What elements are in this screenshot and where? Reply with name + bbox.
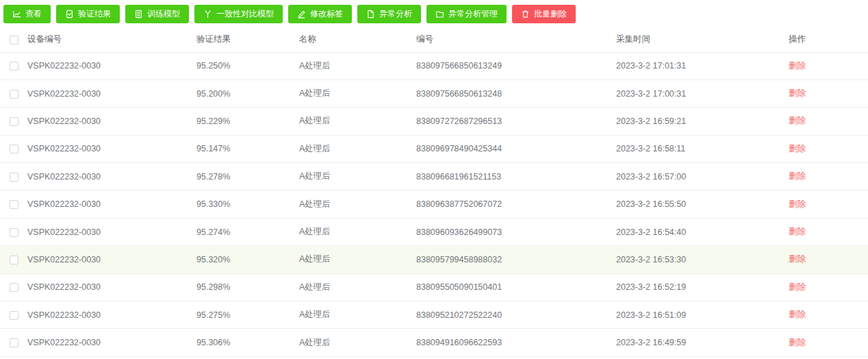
line-chart-icon — [12, 10, 21, 18]
cell-time: 2023-3-2 16:49:59 — [616, 329, 789, 356]
table-header-row: 设备编号 验证结果 名称 编号 采集时间 操作 — [0, 27, 868, 52]
delete-row-link[interactable]: 删除 — [789, 61, 806, 71]
table-row: VSPK022232-0030 95.278% A处理后 83809668196… — [0, 163, 868, 190]
row-checkbox[interactable] — [10, 145, 18, 153]
cell-number: 838096387752067072 — [416, 190, 616, 218]
table-row: VSPK022232-0030 95.200% A处理后 83809756685… — [0, 79, 868, 107]
delete-row-link[interactable]: 删除 — [789, 338, 806, 347]
cell-number: 838095210272522240 — [416, 301, 616, 329]
branch-y-icon — [203, 10, 212, 18]
data-table: 设备编号 验证结果 名称 编号 采集时间 操作 VSPK022232-0030 … — [0, 27, 868, 357]
row-checkbox[interactable] — [10, 173, 18, 182]
delete-row-link[interactable]: 删除 — [789, 310, 806, 319]
table-row: VSPK022232-0030 95.275% A处理后 83809521027… — [0, 301, 868, 329]
cell-name: A处理后 — [299, 163, 416, 190]
cell-result: 95.274% — [196, 218, 299, 245]
delete-row-link[interactable]: 删除 — [789, 88, 806, 98]
button-label: 异常分析 — [379, 8, 412, 20]
cell-time: 2023-3-2 16:52:19 — [616, 273, 789, 301]
table-row: VSPK022232-0030 95.147% A处理后 83809697849… — [0, 135, 868, 162]
cell-result: 95.278% — [196, 163, 299, 190]
row-checkbox[interactable] — [10, 256, 18, 264]
cell-number: 838095505090150401 — [416, 273, 616, 301]
cell-device: VSPK022232-0030 — [27, 273, 196, 301]
table-row: VSPK022232-0030 95.229% A处理后 83809727268… — [0, 108, 868, 135]
cell-time: 2023-3-2 17:01:31 — [616, 52, 789, 79]
header-number: 编号 — [416, 27, 616, 52]
row-checkbox[interactable] — [10, 228, 18, 237]
row-checkbox[interactable] — [10, 117, 18, 126]
cell-time: 2023-3-2 16:54:40 — [616, 218, 789, 245]
train-model-button[interactable]: 训练模型 — [125, 5, 189, 23]
button-label: 查看 — [25, 8, 42, 20]
cell-name: A处理后 — [299, 79, 416, 107]
cell-name: A处理后 — [299, 52, 416, 79]
cell-result: 95.229% — [196, 108, 299, 135]
row-checkbox[interactable] — [10, 338, 18, 347]
cell-time: 2023-3-2 16:53:30 — [616, 246, 789, 273]
anomaly-analysis-button[interactable]: 异常分析 — [357, 5, 421, 23]
doc-lines-icon — [134, 10, 143, 18]
file-icon — [366, 10, 375, 18]
cell-name: A处理后 — [299, 246, 416, 273]
view-button[interactable]: 查看 — [3, 5, 51, 23]
cell-name: A处理后 — [299, 108, 416, 135]
cell-result: 95.147% — [196, 135, 299, 162]
pencil-icon — [297, 10, 306, 18]
delete-row-link[interactable]: 删除 — [789, 199, 806, 209]
cell-name: A处理后 — [299, 301, 416, 329]
cell-device: VSPK022232-0030 — [27, 218, 196, 245]
row-checkbox[interactable] — [10, 90, 18, 99]
button-label: 批量删除 — [534, 8, 567, 20]
header-action: 操作 — [789, 27, 868, 52]
batch-delete-button[interactable]: 批量删除 — [512, 5, 576, 23]
select-all-checkbox[interactable] — [10, 36, 18, 45]
delete-row-link[interactable]: 删除 — [789, 282, 806, 292]
cell-time: 2023-3-2 16:58:11 — [616, 135, 789, 162]
row-checkbox[interactable] — [10, 200, 18, 209]
table-row: VSPK022232-0030 95.250% A处理后 83809756685… — [0, 52, 868, 79]
delete-row-link[interactable]: 删除 — [789, 254, 806, 264]
doc-check-icon — [65, 10, 74, 18]
cell-result: 95.298% — [196, 273, 299, 301]
header-device: 设备编号 — [27, 27, 196, 52]
cell-device: VSPK022232-0030 — [27, 246, 196, 273]
cell-name: A处理后 — [299, 273, 416, 301]
verify-result-button[interactable]: 验证结果 — [56, 5, 120, 23]
button-label: 验证结果 — [78, 8, 111, 20]
trash-icon — [521, 10, 530, 18]
folder-icon — [435, 10, 444, 18]
cell-time: 2023-3-2 16:57:00 — [616, 163, 789, 190]
button-label: 修改标签 — [310, 8, 343, 20]
header-time: 采集时间 — [616, 27, 789, 52]
cell-time: 2023-3-2 16:59:21 — [616, 108, 789, 135]
cell-result: 95.200% — [196, 79, 299, 107]
cell-name: A处理后 — [299, 329, 416, 356]
consistency-compare-model-button[interactable]: 一致性对比模型 — [194, 5, 283, 23]
cell-result: 95.320% — [196, 246, 299, 273]
cell-name: A处理后 — [299, 218, 416, 245]
cell-number: 838097566850613248 — [416, 79, 616, 107]
delete-row-link[interactable]: 删除 — [789, 171, 806, 181]
delete-row-link[interactable]: 删除 — [789, 144, 806, 153]
row-checkbox[interactable] — [10, 62, 18, 71]
cell-result: 95.275% — [196, 301, 299, 329]
delete-row-link[interactable]: 删除 — [789, 227, 806, 236]
cell-number: 838096093626499073 — [416, 218, 616, 245]
table-row: VSPK022232-0030 95.274% A处理后 83809609362… — [0, 218, 868, 245]
anomaly-analysis-manage-button[interactable]: 异常分析管理 — [426, 5, 507, 23]
table-row: VSPK022232-0030 95.330% A处理后 83809638775… — [0, 190, 868, 218]
cell-time: 2023-3-2 17:00:31 — [616, 79, 789, 107]
edit-label-button[interactable]: 修改标签 — [288, 5, 352, 23]
cell-device: VSPK022232-0030 — [27, 163, 196, 190]
cell-device: VSPK022232-0030 — [27, 79, 196, 107]
cell-number: 838096978490425344 — [416, 135, 616, 162]
cell-time: 2023-3-2 16:55:50 — [616, 190, 789, 218]
toolbar: 查看验证结果训练模型一致性对比模型修改标签异常分析异常分析管理批量删除 — [0, 0, 868, 25]
cell-time: 2023-3-2 16:51:09 — [616, 301, 789, 329]
row-checkbox[interactable] — [10, 311, 18, 320]
cell-device: VSPK022232-0030 — [27, 52, 196, 79]
cell-number: 838095799458988032 — [416, 246, 616, 273]
delete-row-link[interactable]: 删除 — [789, 116, 806, 125]
row-checkbox[interactable] — [10, 283, 18, 292]
